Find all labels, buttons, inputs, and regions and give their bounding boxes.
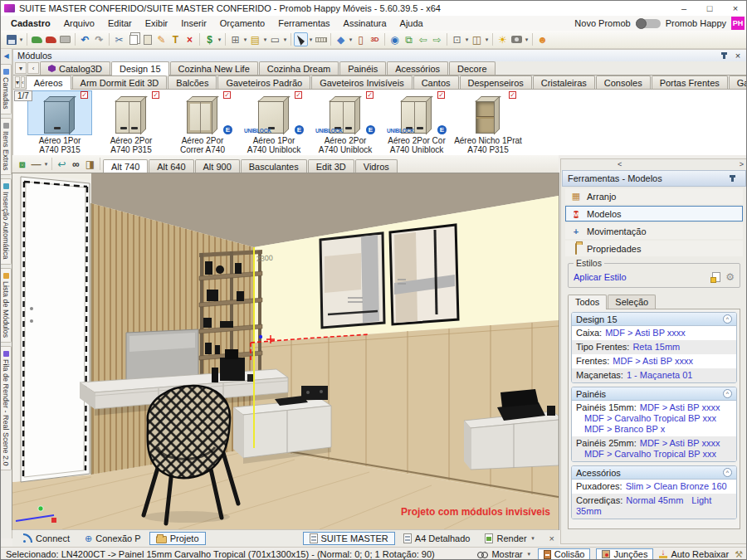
tab-gaveteiros-padrao[interactable]: Gaveteiros Padrão bbox=[217, 75, 310, 89]
measure-icon[interactable] bbox=[314, 32, 328, 46]
store-green-icon[interactable] bbox=[30, 32, 44, 46]
paintbrush-icon[interactable]: ✎ bbox=[154, 32, 168, 46]
model-row-frentes[interactable]: Frentes:MDF > Asti BP xxxx bbox=[572, 354, 736, 368]
budget-dropdown[interactable]: ▾ bbox=[217, 37, 222, 43]
colisao-button[interactable]: Colisão bbox=[538, 548, 591, 560]
box-3d-dropdown[interactable]: ▾ bbox=[484, 37, 490, 43]
module-item-aereo-2por-uniblock[interactable]: ✓UNIBLOCKE Aéreo 2PorA740 Uniblock bbox=[310, 90, 381, 155]
paste-icon[interactable] bbox=[140, 32, 154, 46]
expand-panel-icon[interactable]: > bbox=[740, 160, 744, 168]
sidebar-tab-itens-extras[interactable]: Itens Extras bbox=[1, 118, 12, 176]
model-value-link[interactable]: Reta 15mm bbox=[632, 342, 680, 352]
door-icon[interactable]: ▯ bbox=[354, 32, 368, 46]
model-row-corredicas[interactable]: Corrediças:Normal 45mmLight 35mm bbox=[572, 494, 736, 519]
tab-render[interactable]: Render▾ bbox=[478, 532, 542, 545]
collapse-left-icon[interactable]: ◀ bbox=[2, 51, 12, 61]
model-value-link[interactable]: MDF > Asti BP xxxx bbox=[640, 402, 720, 412]
rotate-3d-icon[interactable]: 3D bbox=[368, 32, 382, 46]
tab-connect[interactable]: Connect bbox=[17, 532, 76, 545]
tab-cantos[interactable]: Cantos bbox=[413, 75, 459, 89]
minimize-button[interactable]: – bbox=[673, 2, 695, 15]
tab-aereos[interactable]: Aéreos bbox=[26, 75, 71, 90]
line-style-icon[interactable]: — bbox=[29, 157, 43, 171]
model-row-puxadores[interactable]: Puxadores:Slim > Clean Bronze 160 bbox=[572, 480, 736, 494]
tab-selecao[interactable]: Seleção bbox=[608, 295, 656, 309]
viewport-3d[interactable]: 2300 Projeto com módulos invisíveis bbox=[12, 173, 559, 529]
sidebar-tab-insercao-automatica[interactable]: Inserção Automática bbox=[1, 178, 12, 265]
rectangle-dropdown[interactable]: ▾ bbox=[282, 37, 288, 43]
sidebar-tab-lista-de-modulos[interactable]: Lista de Módulos bbox=[1, 268, 12, 343]
tab-cozinha-dream[interactable]: Cozinha Dream bbox=[259, 61, 339, 75]
coins-dropdown[interactable]: ▾ bbox=[262, 37, 268, 43]
tab-projeto[interactable]: Projeto bbox=[149, 532, 206, 545]
tab-portas-frentes[interactable]: Portas Frentes bbox=[652, 75, 728, 89]
box-3d-icon[interactable]: ◫ bbox=[470, 32, 484, 46]
tab-catalog3d[interactable]: Catalog3D bbox=[40, 61, 110, 75]
section-header[interactable]: Design 15^ bbox=[572, 313, 736, 326]
window-view-icon[interactable]: ⊡ bbox=[450, 32, 464, 46]
module-checkbox[interactable]: ✓ bbox=[223, 91, 231, 99]
return-view-icon[interactable]: ↩ bbox=[55, 157, 69, 171]
tab-despenseiros[interactable]: Despenseiros bbox=[460, 75, 532, 89]
pin-icon[interactable] bbox=[723, 52, 725, 59]
visibility-eye-icon[interactable]: ◉ bbox=[388, 32, 402, 46]
pointer-dropdown[interactable]: ▾ bbox=[308, 37, 314, 43]
model-value-link[interactable]: MDF > Branco BP x bbox=[576, 424, 732, 435]
collapse-section-icon[interactable]: ^ bbox=[723, 314, 732, 324]
menu-assinatura[interactable]: Assinatura bbox=[337, 16, 393, 31]
print-icon[interactable] bbox=[58, 32, 72, 46]
user-icon[interactable]: ☻ bbox=[535, 32, 549, 46]
save-icon[interactable] bbox=[4, 32, 18, 46]
vtab-basculantes[interactable]: Basculantes bbox=[241, 159, 307, 173]
tab-suite-master[interactable]: SUITE MASTER bbox=[303, 532, 395, 545]
style-settings-gear-icon[interactable]: ⚙ bbox=[725, 271, 735, 283]
model-value-link[interactable]: MDF > Carvalho Tropical BP xxx bbox=[576, 413, 732, 424]
tool-arranjo[interactable]: ▦Arranjo bbox=[565, 188, 743, 204]
menu-ferramentas[interactable]: Ferramentas bbox=[271, 16, 336, 31]
module-checkbox[interactable]: ✓ bbox=[437, 91, 445, 99]
vtab-alt-740[interactable]: Alt 740 bbox=[103, 159, 148, 173]
vtab-alt-900[interactable]: Alt 900 bbox=[195, 159, 240, 173]
layout-dropdown[interactable]: ▾ bbox=[242, 37, 248, 43]
tab-balcoes[interactable]: Balcões bbox=[168, 75, 217, 89]
close-button[interactable]: × bbox=[725, 2, 746, 15]
door[interactable] bbox=[12, 173, 91, 482]
tab-paineis[interactable]: Painéis bbox=[339, 61, 386, 75]
catalog-tab-scroll-left-icon[interactable]: ‹ bbox=[27, 62, 39, 74]
plumb-icon[interactable]: T bbox=[168, 32, 183, 46]
nav-back-icon[interactable]: ⇦ bbox=[416, 32, 430, 46]
tab-consoles[interactable]: Consoles bbox=[596, 75, 651, 89]
collapse-section-icon[interactable]: ^ bbox=[723, 468, 732, 477]
sidebar-tab-camadas[interactable]: Camadas bbox=[1, 64, 12, 114]
insert-module-icon[interactable]: ⧈ bbox=[15, 157, 29, 171]
model-value-link[interactable]: 1 - Maçaneta 01 bbox=[627, 370, 693, 380]
module-checkbox[interactable]: ✓ bbox=[81, 91, 88, 99]
module-item-aereo-2por-cor-uniblock[interactable]: ✓UNIBLOCKE Aéreo 2Por CorA740 Uniblock bbox=[381, 90, 452, 155]
module-item-aereo-2por-correr[interactable]: ✓E Aéreo 2PorCorrer A740 bbox=[167, 90, 238, 155]
line-style-dropdown[interactable]: ▾ bbox=[43, 161, 49, 168]
pointer-icon[interactable] bbox=[294, 32, 308, 46]
delete-icon[interactable]: × bbox=[183, 32, 197, 46]
model-row-paineis-15mm[interactable]: Painéis 15mm:MDF > Asti BP xxxx MDF > Ca… bbox=[572, 401, 736, 436]
tab-gaveteiros-invisiveis[interactable]: Gaveteiros Invisíveis bbox=[311, 75, 412, 89]
tab-cristaleiras[interactable]: Cristaleiras bbox=[533, 75, 595, 89]
model-row-macanetas[interactable]: Maçanetas:1 - Maçaneta 01 bbox=[572, 368, 736, 382]
menu-exibir[interactable]: Exibir bbox=[139, 16, 175, 31]
model-value-link[interactable]: MDF > Asti BP xxxx bbox=[640, 438, 720, 448]
menu-editar[interactable]: Editar bbox=[101, 16, 139, 31]
apply-style-link[interactable]: Aplicar Estilo bbox=[574, 272, 627, 282]
model-value-link[interactable]: MDF > Carvalho Tropical BP xxx bbox=[576, 449, 732, 460]
model-value-link[interactable]: Normal 45mm bbox=[626, 495, 683, 505]
collapse-section-icon[interactable]: ^ bbox=[723, 389, 732, 398]
undo-icon[interactable]: ↶ bbox=[78, 32, 92, 46]
mostrar-button[interactable]: Mostrar▾ bbox=[477, 549, 531, 559]
maximize-button[interactable]: □ bbox=[699, 2, 720, 15]
menu-arquivo[interactable]: Arquivo bbox=[57, 16, 101, 31]
store-red-icon[interactable] bbox=[44, 32, 58, 46]
module-item-aereo-2por-p315[interactable]: ✓ Aéreo 2PorA740 P315 bbox=[95, 90, 167, 155]
tab-a4-detalhado[interactable]: A4 Detalhado bbox=[397, 532, 477, 545]
module-item-aereo-1por-p315[interactable]: ✓ Aéreo 1PorA740 P315 bbox=[24, 90, 95, 155]
menu-cadastro[interactable]: Cadastro bbox=[4, 16, 57, 31]
section-header[interactable]: Acessórios^ bbox=[572, 466, 736, 480]
pin-icon[interactable] bbox=[731, 175, 734, 182]
